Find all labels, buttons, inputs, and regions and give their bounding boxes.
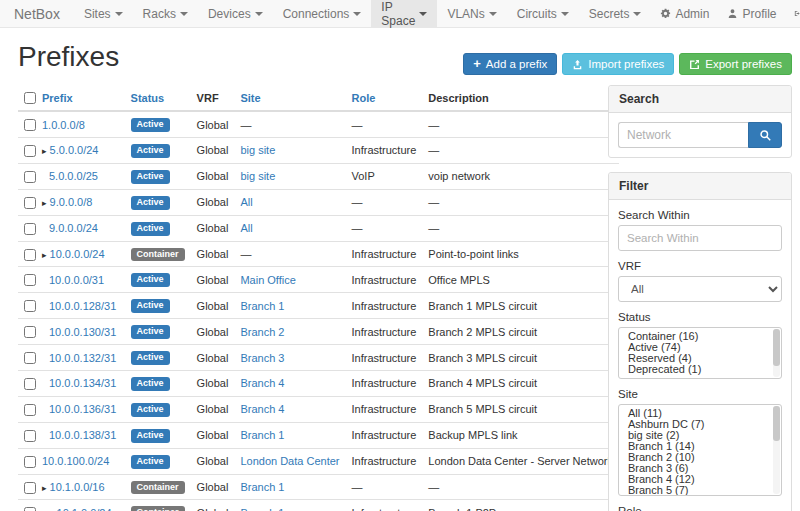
caret-right-icon: ▸ — [42, 146, 47, 156]
export-prefixes-button[interactable]: Export prefixes — [679, 53, 792, 75]
caret-down-icon — [255, 12, 263, 16]
column-header-prefix[interactable]: Prefix — [36, 85, 125, 111]
import-prefixes-button[interactable]: Import prefixes — [562, 53, 674, 75]
prefix-link[interactable]: 10.1.0.0/24 — [57, 507, 112, 511]
nav-item-secrets[interactable]: Secrets — [579, 0, 652, 27]
filter-multiselect-status[interactable]: Container (16)Active (74)Reserved (4)Dep… — [618, 327, 782, 379]
row-checkbox[interactable] — [24, 274, 36, 286]
site-link[interactable]: London Data Center — [240, 455, 339, 467]
filter-input-search-within[interactable] — [618, 225, 782, 251]
role-cell: — — [345, 215, 422, 241]
site-cell: Branch 1 — [234, 422, 345, 448]
row-checkbox[interactable] — [24, 482, 36, 494]
prefix-link[interactable]: 10.0.0.0/31 — [49, 274, 104, 286]
site-cell: Branch 1 — [234, 500, 345, 511]
row-checkbox[interactable] — [24, 119, 36, 131]
scrollbar-thumb[interactable] — [773, 406, 780, 441]
vrf-cell: Global — [191, 111, 235, 137]
prefix-link[interactable]: 10.0.0.134/31 — [49, 377, 116, 389]
prefix-link[interactable]: 5.0.0.0/25 — [49, 170, 98, 182]
description-cell: — — [422, 189, 619, 215]
row-checkbox[interactable] — [24, 430, 36, 442]
column-header-role[interactable]: Role — [345, 85, 422, 111]
filter-panel-title: Filter — [609, 173, 791, 200]
prefix-link[interactable]: 10.0.100.0/24 — [42, 455, 109, 467]
row-checkbox[interactable] — [24, 249, 36, 261]
filter-select-vrf[interactable]: All — [618, 276, 782, 302]
row-checkbox[interactable] — [24, 326, 36, 338]
role-cell: Infrastructure — [345, 371, 422, 397]
nav-item-profile[interactable]: Profile — [718, 0, 785, 27]
row-checkbox[interactable] — [24, 352, 36, 364]
site-link[interactable]: Branch 1 — [240, 507, 284, 511]
prefix-link[interactable]: 10.0.0.0/24 — [50, 248, 105, 260]
site-cell: Branch 1 — [234, 293, 345, 319]
scrollbar[interactable] — [773, 406, 780, 494]
scrollbar-thumb[interactable] — [773, 329, 780, 366]
prefix-link[interactable]: 9.0.0.0/24 — [49, 222, 98, 234]
row-checkbox[interactable] — [24, 223, 36, 235]
site-link[interactable]: big site — [240, 144, 275, 156]
nav-item-ip-space[interactable]: IP Space — [371, 0, 437, 27]
vrf-cell: Global — [191, 448, 235, 474]
row-checkbox[interactable] — [24, 507, 36, 511]
prefix-link[interactable]: 10.0.0.138/31 — [49, 429, 116, 441]
prefix-link[interactable]: 10.0.0.130/31 — [49, 326, 116, 338]
site-link[interactable]: Main Office — [240, 274, 295, 286]
site-link[interactable]: big site — [240, 170, 275, 182]
prefix-link[interactable]: 10.1.0.0/16 — [50, 481, 105, 493]
site-link[interactable]: Branch 2 — [240, 326, 284, 338]
site-link[interactable]: Branch 1 — [240, 429, 284, 441]
column-header-status[interactable]: Status — [125, 85, 191, 111]
add-prefix-button[interactable]: + Add a prefix — [463, 53, 557, 75]
multiselect-option[interactable]: Deprecated (1) — [619, 364, 781, 375]
status-badge: Container — [131, 481, 185, 495]
select-all-checkbox[interactable] — [24, 92, 36, 104]
nav-item-racks[interactable]: Racks — [133, 0, 198, 27]
export-icon — [689, 59, 700, 70]
nav-item-vlans[interactable]: VLANs — [437, 0, 506, 27]
prefix-link[interactable]: 9.0.0.0/8 — [50, 196, 93, 208]
description-cell: Branch 1 P2P — [422, 500, 619, 511]
search-input[interactable] — [618, 122, 748, 148]
prefix-link[interactable]: 10.0.0.136/31 — [49, 403, 116, 415]
row-checkbox[interactable] — [24, 171, 36, 183]
column-header-description: Description — [422, 85, 619, 111]
role-cell: Infrastructure — [345, 448, 422, 474]
nav-item-sites[interactable]: Sites — [74, 0, 133, 27]
site-link[interactable]: Branch 4 — [240, 403, 284, 415]
role-cell: Infrastructure — [345, 500, 422, 511]
filter-multiselect-site[interactable]: All (11)Ashburn DC (7)big site (2)Branch… — [618, 404, 782, 496]
site-link[interactable]: All — [240, 196, 252, 208]
prefix-link[interactable]: 10.0.0.128/31 — [49, 300, 116, 312]
nav-item-circuits[interactable]: Circuits — [507, 0, 579, 27]
column-header-site[interactable]: Site — [234, 85, 345, 111]
vrf-cell: Global — [191, 163, 235, 189]
site-link[interactable]: Branch 4 — [240, 377, 284, 389]
caret-right-icon: ▸ — [42, 250, 47, 260]
site-link[interactable]: Branch 1 — [240, 300, 284, 312]
nav-item-log-out[interactable]: Log out — [785, 0, 800, 27]
brand-logo[interactable]: NetBox — [14, 0, 60, 27]
site-link[interactable]: Branch 3 — [240, 352, 284, 364]
row-checkbox[interactable] — [24, 197, 36, 209]
row-checkbox[interactable] — [24, 456, 36, 468]
table-row: 1.0.0.0/8ActiveGlobal——— — [18, 111, 619, 137]
scrollbar[interactable] — [773, 329, 780, 377]
nav-item-devices[interactable]: Devices — [198, 0, 273, 27]
filter-body: Search WithinVRFAllStatusContainer (16)A… — [609, 200, 791, 511]
row-checkbox[interactable] — [24, 300, 36, 312]
description-cell: — — [422, 111, 619, 137]
row-checkbox[interactable] — [24, 145, 36, 157]
role-cell: Infrastructure — [345, 241, 422, 267]
search-button[interactable] — [748, 122, 782, 148]
site-link[interactable]: All — [240, 222, 252, 234]
prefix-link[interactable]: 1.0.0.0/8 — [42, 119, 85, 131]
prefix-link[interactable]: 5.0.0.0/24 — [50, 144, 99, 156]
row-checkbox[interactable] — [24, 378, 36, 390]
nav-item-connections[interactable]: Connections — [273, 0, 372, 27]
nav-item-admin[interactable]: Admin — [651, 0, 718, 27]
row-checkbox[interactable] — [24, 404, 36, 416]
prefix-link[interactable]: 10.0.0.132/31 — [49, 352, 116, 364]
site-link[interactable]: Branch 1 — [240, 481, 284, 493]
